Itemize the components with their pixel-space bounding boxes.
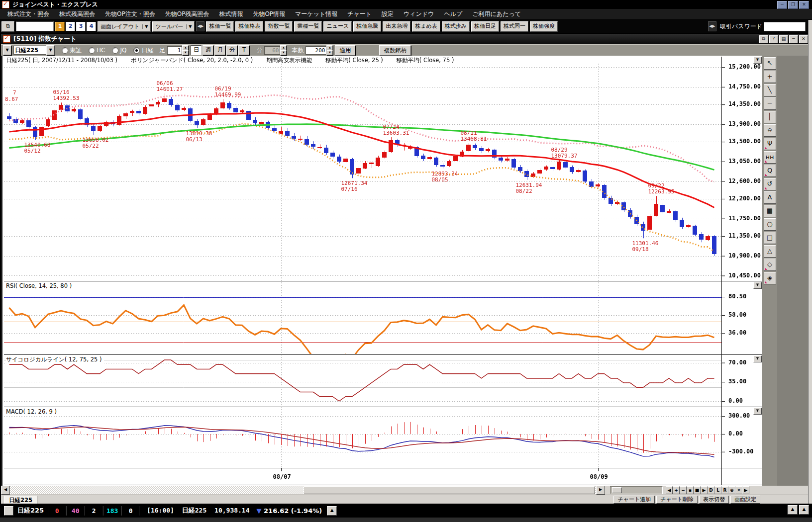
quick-button[interactable]: 株まめ表	[412, 21, 440, 32]
quick-code-input[interactable]	[16, 21, 54, 31]
panel-up-icon[interactable]: ▲	[799, 505, 809, 515]
zoom-slider-thumb[interactable]	[612, 487, 622, 493]
menu-item[interactable]: 先物OP注文・照会	[101, 9, 160, 19]
interval-stepper[interactable]: 1 ▲▼	[167, 45, 189, 55]
menu-item[interactable]: チャート	[343, 9, 376, 19]
chart-nav-button[interactable]: ▪	[687, 486, 694, 494]
quick-button[interactable]: 株価格表	[235, 21, 263, 32]
crosshair-tool[interactable]: +	[764, 71, 776, 83]
toolbar-collapse-icon[interactable]: ◀▶	[196, 21, 204, 31]
chart-nav-button[interactable]: ▶	[701, 486, 708, 494]
layout-1-button[interactable]: 1	[55, 22, 65, 31]
menu-item[interactable]: マーケット情報	[291, 9, 342, 19]
market-radio-HC[interactable]: HC	[89, 47, 105, 54]
quick-button[interactable]: 株価急騰	[353, 21, 381, 32]
market-radio-JQ[interactable]: JQ	[112, 47, 126, 54]
menu-item[interactable]: 先物OP情報	[248, 9, 290, 19]
period-週-button[interactable]: 週	[203, 45, 213, 55]
close-icon[interactable]: ✕	[799, 1, 809, 9]
menu-item[interactable]: 設定	[377, 9, 398, 19]
psych-panel-menu-button[interactable]: ▼	[753, 355, 762, 362]
trade-password-input[interactable]	[764, 22, 806, 31]
candle-pattern-tool[interactable]: Ψ	[764, 138, 776, 150]
chart-nav-button[interactable]: −	[680, 486, 687, 494]
quick-button[interactable]: 株価日足	[471, 21, 499, 32]
rsi-panel-menu-button[interactable]: ▼	[753, 282, 762, 289]
quick-button[interactable]: ニュース	[323, 21, 352, 32]
rectangle-tool[interactable]: □	[764, 232, 776, 244]
scroll-right-icon[interactable]: ▶	[596, 486, 605, 495]
quick-button[interactable]: 指数一覧	[265, 21, 293, 32]
chart-action-button[interactable]: 表示切替	[699, 496, 729, 504]
menu-item[interactable]: ヘルプ	[439, 9, 467, 19]
multi-symbol-button[interactable]: 複数銘柄	[379, 45, 411, 56]
menu-item[interactable]: ご利用にあたって	[468, 9, 525, 19]
scroll-left-icon[interactable]: ◀	[1, 486, 10, 495]
chart-nav-button[interactable]: ✕	[735, 486, 742, 494]
layout-2-button[interactable]: 2	[66, 22, 75, 31]
chart-canvas[interactable]	[4, 56, 762, 486]
cursor-tool[interactable]: ↖	[764, 57, 776, 70]
eraser-tool[interactable]: ◇	[764, 259, 776, 271]
quick-button[interactable]: 株価一覧	[206, 21, 234, 32]
restore-icon[interactable]: ⧉	[759, 35, 768, 43]
quick-button[interactable]: 業種一覧	[294, 21, 322, 32]
horizontal-line-tool[interactable]: ─	[764, 97, 776, 110]
chart-nav-button[interactable]: D	[708, 486, 714, 494]
menu-item[interactable]: 株式注文・照会	[3, 9, 54, 19]
layout-4-button[interactable]: 4	[87, 22, 96, 31]
price-panel-menu-button[interactable]: ▼	[753, 57, 762, 64]
chart-nav-button[interactable]: R	[721, 486, 728, 494]
eraser-text-tool[interactable]: ◈	[764, 272, 776, 284]
rotate-tool[interactable]: ↺	[764, 178, 776, 190]
minimize-icon[interactable]: ─	[789, 35, 798, 43]
toolbar-dropdown[interactable]: ツールバー▼	[152, 21, 195, 32]
chart-action-button[interactable]: チャート削除	[656, 496, 698, 504]
scrollbar-thumb[interactable]	[304, 486, 595, 494]
quote-list-tool[interactable]: Q	[764, 165, 776, 177]
macd-panel-menu-button[interactable]: ▼	[753, 408, 762, 415]
price-bar-tool[interactable]: ʜʜ	[764, 151, 776, 164]
spin-up-icon[interactable]: ▲	[182, 45, 189, 50]
layout-icon[interactable]: ▤	[779, 35, 788, 43]
count-stepper[interactable]: 200 ▲▼	[305, 45, 333, 55]
scrollbar-track[interactable]	[10, 486, 596, 494]
chart-nav-button[interactable]: ▶	[742, 486, 749, 494]
spin-up-icon[interactable]: ▲	[326, 45, 333, 50]
tab-nikkei225[interactable]: 日経225	[4, 496, 37, 504]
chart-nav-button[interactable]: ⊕	[728, 486, 735, 494]
spin-down-icon[interactable]: ▼	[182, 50, 189, 55]
symbol-list-button[interactable]: ▼	[3, 45, 11, 55]
text-tool[interactable]: A	[764, 191, 776, 204]
close-icon[interactable]: ✕	[799, 35, 808, 43]
zoom-slider-track[interactable]	[610, 486, 663, 494]
trendline-tool[interactable]: ╲	[764, 84, 776, 96]
apply-button[interactable]: 適用	[335, 45, 355, 56]
maximize-icon[interactable]: ❐	[788, 1, 798, 9]
quick-button[interactable]: 出来急増	[383, 21, 410, 32]
market-radio-東証[interactable]: 東証	[62, 46, 82, 55]
vertical-line-tool[interactable]: │	[764, 111, 776, 123]
status-checkbox[interactable]	[4, 506, 13, 516]
chart-action-button[interactable]: 画面設定	[730, 496, 760, 504]
period-分-button[interactable]: 分	[226, 45, 237, 55]
quick-button[interactable]: 株式歩み	[442, 21, 470, 32]
quick-button[interactable]: 株式同一	[501, 21, 528, 32]
market-radio-日経[interactable]: 日経	[133, 46, 153, 55]
chart-nav-button[interactable]: ◀	[666, 486, 673, 494]
period-T-button[interactable]: T	[238, 45, 249, 55]
chart-nav-button[interactable]: ■	[694, 486, 701, 494]
layout-icon-button[interactable]: ⧉	[1, 21, 14, 32]
menu-item[interactable]: 株式残高照会	[55, 9, 100, 19]
chart-nav-button[interactable]: L	[714, 486, 721, 494]
triangle-tool[interactable]: △	[764, 245, 776, 258]
screen-layout-dropdown[interactable]: 画面レイアウト▼	[98, 21, 151, 32]
password-collapse-icon[interactable]: ◀▶	[708, 21, 716, 31]
chart-nav-button[interactable]: +	[673, 486, 680, 494]
spin-down-icon[interactable]: ▼	[326, 50, 333, 55]
period-月-button[interactable]: 月	[214, 45, 225, 55]
grid-tool[interactable]: ▦	[764, 205, 776, 217]
layout-3-button[interactable]: 3	[76, 22, 86, 31]
menu-item[interactable]: 株式情報	[214, 9, 247, 19]
chart-action-button[interactable]: チャート追加	[613, 496, 655, 504]
